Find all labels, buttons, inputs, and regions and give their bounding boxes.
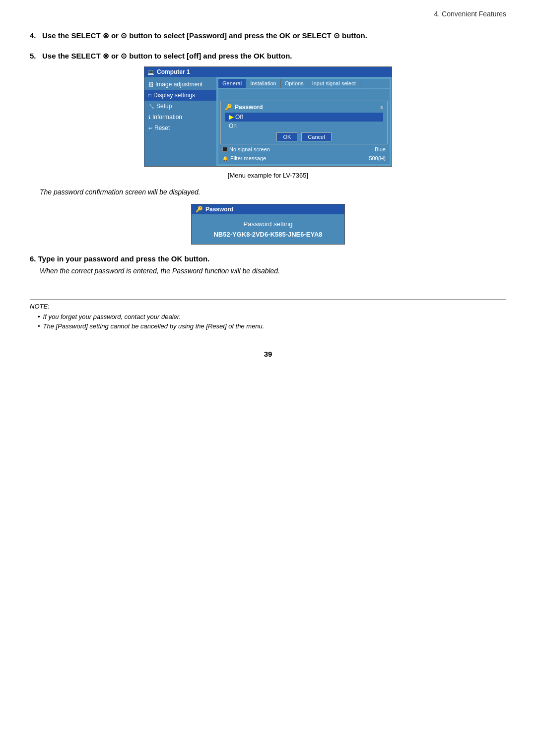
sidebar-item-setup[interactable]: 🔧 Setup: [144, 101, 216, 112]
overlay-option-off[interactable]: ▶ Off: [225, 113, 383, 122]
tab-input-signal[interactable]: Input signal select: [308, 79, 360, 88]
section-divider: [30, 284, 506, 284]
menu-body: 🖼 Image adjustment □ Display settings 🔧 …: [144, 77, 392, 166]
italic-note-1: The password confirmation screen will be…: [40, 188, 506, 196]
step-4-text: 4. Use the SELECT ⊗ or ⊙ button to selec…: [30, 30, 506, 42]
password-titlebar: 🔑 Password: [192, 204, 344, 214]
sidebar-label-image: Image adjustment: [155, 81, 202, 88]
bg-rows: — — — — — —: [220, 91, 388, 100]
overlay-option-on[interactable]: On: [225, 122, 383, 130]
tab-installation[interactable]: Installation: [246, 79, 281, 88]
overlay-buttons: OK Cancel: [225, 132, 383, 141]
sidebar-item-display-settings[interactable]: □ Display settings: [144, 90, 216, 101]
overlay-hint: s: [380, 104, 383, 110]
step-4: 4. Use the SELECT ⊗ or ⊙ button to selec…: [30, 30, 506, 42]
password-confirmation-box: 🔑 Password Password setting NB52-YGK8-2V…: [191, 204, 345, 245]
password-title-text: Password: [205, 206, 234, 213]
menu-bottom-rows: No signal screen Blue: [220, 145, 388, 153]
bg-val1: — —: [373, 92, 386, 98]
step-6: 6. Type in your password and press the O…: [30, 254, 506, 275]
screenshot-caption: [Menu example for LV-7365]: [30, 172, 506, 179]
menu-titlebar: 💻 Computer 1: [144, 67, 392, 77]
note-section: NOTE: • If you forget your password, con…: [30, 299, 506, 330]
info-icon: ℹ: [148, 115, 150, 120]
menu-sidebar: 🖼 Image adjustment □ Display settings 🔧 …: [144, 77, 216, 166]
menu-title: Computer 1: [157, 68, 190, 75]
tab-options[interactable]: Options: [281, 79, 308, 88]
filter-message-row: 🔔 Filter message 500(H): [220, 154, 388, 162]
menu-content: General Installation Options Input signa…: [216, 77, 392, 166]
overlay-title-text: Password: [235, 104, 263, 111]
menu-content-area: — — — — — — 🔑 Password s ▶: [218, 89, 390, 164]
setup-icon: 🔧: [148, 104, 154, 109]
step-6-bold: 6. Type in your password and press the O…: [30, 254, 506, 263]
page-header: 4. Convenient Features: [30, 10, 506, 20]
step-4-number: 4.: [30, 31, 40, 40]
step-5-text: 5. Use the SELECT ⊗ or ⊙ button to selec…: [30, 51, 506, 62]
computer-icon: 💻: [147, 69, 154, 75]
password-value: NB52-YGK8-2VD6-K585-JNE6-EYA8: [200, 231, 336, 238]
sidebar-label-reset: Reset: [154, 125, 170, 131]
filter-msg-item: 🔔 Filter message: [222, 155, 266, 161]
note-text-2: The [Password] setting cannot be cancell…: [43, 322, 265, 330]
no-signal-label: No signal screen: [229, 146, 270, 152]
step-5-number: 5.: [30, 52, 40, 60]
filter-label: Filter message: [230, 155, 266, 161]
image-icon: 🖼: [148, 82, 153, 87]
note-title: NOTE:: [30, 303, 506, 310]
note-item-2: • The [Password] setting cannot be cance…: [38, 322, 506, 330]
no-signal-value: Blue: [375, 146, 386, 152]
bullet-1: •: [38, 313, 40, 320]
chapter-title: 4. Convenient Features: [434, 10, 506, 18]
bullet-2: •: [38, 322, 40, 330]
sidebar-label-setup: Setup: [156, 103, 172, 110]
cancel-button[interactable]: Cancel: [301, 132, 331, 141]
step-6-italic: When the correct password is entered, th…: [40, 267, 506, 275]
step-4-intro: Use the SELECT ⊗ or ⊙ button to select […: [42, 31, 367, 40]
password-icon: 🔑: [225, 104, 232, 111]
display-icon: □: [148, 93, 151, 98]
option-off-label: Off: [235, 114, 243, 121]
overlay-title: 🔑 Password s: [225, 104, 383, 111]
password-setting-label: Password setting: [200, 220, 336, 228]
filter-icon: 🔔: [222, 156, 228, 161]
sidebar-item-image-adjustment[interactable]: 🖼 Image adjustment: [144, 79, 216, 90]
tab-general[interactable]: General: [218, 79, 246, 88]
no-signal-row: No signal screen: [222, 146, 270, 152]
sidebar-item-reset[interactable]: ↩ Reset: [144, 123, 216, 133]
password-title-icon: 🔑: [196, 206, 203, 213]
note-text-1: If you forget your password, contact you…: [43, 313, 181, 320]
option-on-label: On: [229, 123, 237, 129]
sidebar-item-information[interactable]: ℹ Information: [144, 112, 216, 123]
no-signal-icon: [222, 147, 227, 152]
arrow-icon: ▶: [229, 114, 233, 121]
filter-value: 500(H): [369, 155, 386, 161]
menu-tabs: General Installation Options Input signa…: [218, 79, 390, 88]
note-item-1: • If you forget your password, contact y…: [38, 313, 506, 320]
reset-icon: ↩: [148, 126, 152, 131]
password-body: Password setting NB52-YGK8-2VD6-K585-JNE…: [192, 214, 344, 244]
page-number: 39: [30, 350, 506, 358]
sidebar-label-display: Display settings: [153, 92, 195, 99]
bg-row1: — — — —: [222, 92, 249, 98]
menu-screenshot: 💻 Computer 1 🖼 Image adjustment □ Displa…: [144, 66, 392, 167]
step-5-intro: Use the SELECT ⊗ or ⊙ button to select […: [42, 52, 292, 60]
step-5: 5. Use the SELECT ⊗ or ⊙ button to selec…: [30, 51, 506, 180]
ok-button[interactable]: OK: [276, 132, 297, 141]
sidebar-label-info: Information: [152, 114, 182, 121]
overlay-box: 🔑 Password s ▶ Off On: [220, 101, 388, 144]
